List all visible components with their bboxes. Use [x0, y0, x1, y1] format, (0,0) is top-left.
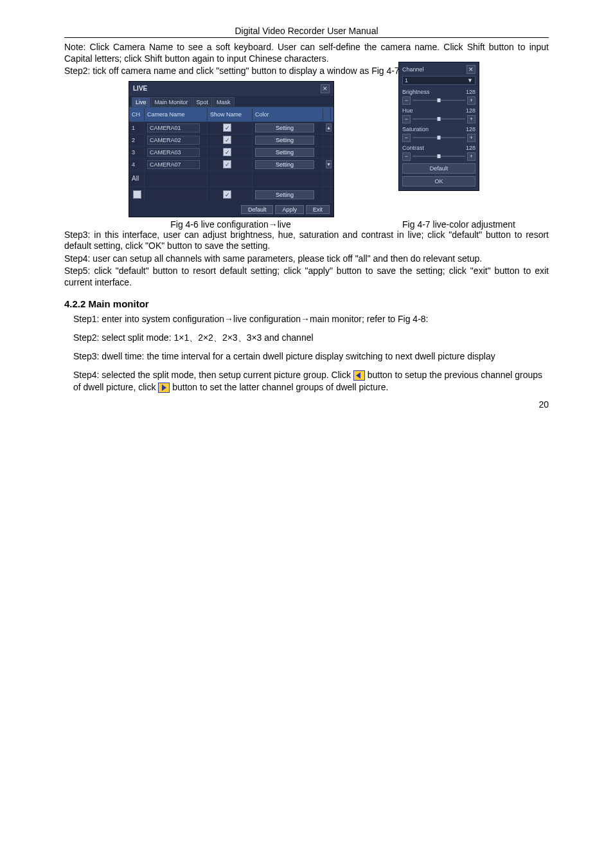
live-footer: Default Apply Exit: [129, 203, 333, 217]
exit-button[interactable]: Exit: [306, 205, 330, 214]
main-step4-text-a: Step4: selected the split mode, then set…: [73, 370, 353, 380]
color-setting-button[interactable]: Setting: [255, 148, 314, 157]
brightness-value: 128: [466, 89, 475, 95]
contrast-value: 128: [466, 145, 475, 151]
slider-hue: Hue 128 − +: [402, 107, 475, 123]
step3-text: Step3: in this interface, user can adjus…: [64, 230, 549, 252]
saturation-label: Saturation: [402, 126, 429, 132]
page-number: 20: [64, 399, 549, 410]
camera-name-input[interactable]: [147, 136, 200, 145]
contrast-label: Contrast: [402, 145, 424, 151]
tab-live[interactable]: Live: [132, 97, 150, 107]
row-ch: 4: [129, 159, 145, 170]
channel-select[interactable]: 1 ▼: [402, 76, 475, 85]
fig46-caption: Fig 4-6 live configuration→live: [129, 219, 333, 230]
hue-label: Hue: [402, 107, 413, 114]
header-rule: [64, 37, 549, 38]
camera-name-input[interactable]: [147, 160, 200, 169]
table-row: 2 Setting: [129, 134, 333, 146]
color-setting-button[interactable]: Setting: [255, 123, 314, 132]
all-checkbox[interactable]: [133, 190, 141, 199]
slider-contrast: Contrast 128 − +: [402, 145, 475, 161]
close-icon[interactable]: ✕: [466, 65, 475, 74]
live-tabs: Live Main Monitor Spot Mask: [129, 96, 333, 107]
fig47-caption: Fig 4-7 live-color adjustment: [395, 219, 523, 230]
step5-text: Step5: click "default" button to resort …: [64, 266, 549, 288]
tab-main-monitor[interactable]: Main Monitor: [151, 97, 192, 107]
table-row: 1 Setting ▲: [129, 122, 333, 134]
live-config-window: LIVE ✕ Live Main Monitor Spot Mask CH Ca…: [129, 81, 334, 217]
color-setting-button[interactable]: Setting: [255, 160, 314, 169]
main-step1: Step1: enter into system configuration→l…: [73, 313, 549, 325]
show-name-checkbox[interactable]: [223, 148, 231, 156]
color-adjust-window: Channel ✕ 1 ▼ Brightness 128 − +: [398, 62, 479, 191]
close-icon[interactable]: ✕: [321, 84, 330, 93]
minus-icon[interactable]: −: [402, 115, 411, 123]
col-color: Color: [253, 109, 323, 120]
all-label: All: [129, 171, 145, 186]
brightness-slider[interactable]: [413, 100, 465, 101]
hue-slider[interactable]: [413, 118, 465, 120]
col-camera-name: Camera Name: [145, 109, 208, 120]
section-heading: 4.2.2 Main monitor: [64, 298, 549, 309]
prev-group-icon: [353, 370, 365, 381]
table-row: 4 Setting ▼: [129, 158, 333, 170]
saturation-value: 128: [466, 126, 475, 132]
apply-button[interactable]: Apply: [275, 205, 304, 214]
default-button[interactable]: Default: [241, 205, 274, 214]
saturation-slider[interactable]: [413, 137, 465, 138]
main-step4-text-c: button to set the latter channel groups …: [172, 382, 388, 392]
plus-icon[interactable]: +: [467, 152, 475, 161]
camera-name-input[interactable]: [147, 148, 200, 157]
row-ch: 3: [129, 147, 145, 158]
chevron-down-icon: ▼: [467, 77, 473, 84]
camera-name-input[interactable]: [147, 123, 200, 132]
tab-spot[interactable]: Spot: [193, 97, 213, 107]
channel-value: 1: [405, 77, 408, 84]
table-row: 3 Setting: [129, 146, 333, 158]
main-step2: Step2: select split mode: 1×1、2×2、2×3、3×…: [73, 332, 549, 344]
step4-text: Step4: user can setup all channels with …: [64, 253, 549, 265]
brightness-label: Brightness: [402, 89, 430, 95]
scroll-up-icon[interactable]: ▲: [326, 123, 332, 132]
all-show-checkbox[interactable]: [223, 190, 231, 199]
all-controls-row: Setting: [129, 186, 333, 203]
color-setting-button[interactable]: Setting: [255, 136, 314, 145]
live-window-title: LIVE: [133, 85, 147, 92]
main-step3: Step3: dwell time: the time interval for…: [73, 350, 549, 363]
scroll-down-icon[interactable]: ▼: [326, 160, 332, 168]
live-table-header: CH Camera Name Show Name Color: [129, 107, 333, 122]
main-step4: Step4: selected the split mode, then set…: [73, 369, 549, 393]
row-ch: 1: [129, 122, 145, 134]
row-ch: 2: [129, 134, 145, 146]
show-name-checkbox[interactable]: [223, 123, 231, 132]
slider-brightness: Brightness 128 − +: [402, 89, 475, 105]
show-name-checkbox[interactable]: [223, 136, 231, 144]
slider-saturation: Saturation 128 − +: [402, 126, 475, 142]
page-header-title: Digital Video Recorder User Manual: [64, 26, 549, 36]
col-show-name: Show Name: [208, 109, 253, 120]
show-name-checkbox[interactable]: [223, 160, 231, 168]
plus-icon[interactable]: +: [467, 96, 475, 105]
color-ok-button[interactable]: OK: [402, 176, 475, 186]
col-ch: CH: [129, 109, 145, 120]
contrast-slider[interactable]: [413, 156, 465, 157]
plus-icon[interactable]: +: [467, 134, 475, 142]
all-row: All: [129, 170, 333, 186]
channel-label: Channel: [402, 66, 424, 73]
hue-value: 128: [466, 107, 475, 114]
plus-icon[interactable]: +: [467, 115, 475, 123]
minus-icon[interactable]: −: [402, 134, 411, 142]
color-default-button[interactable]: Default: [402, 163, 475, 174]
tab-mask[interactable]: Mask: [213, 97, 235, 107]
all-setting-button[interactable]: Setting: [255, 190, 314, 199]
next-group-icon: [158, 383, 170, 393]
minus-icon[interactable]: −: [402, 152, 411, 161]
minus-icon[interactable]: −: [402, 96, 411, 105]
